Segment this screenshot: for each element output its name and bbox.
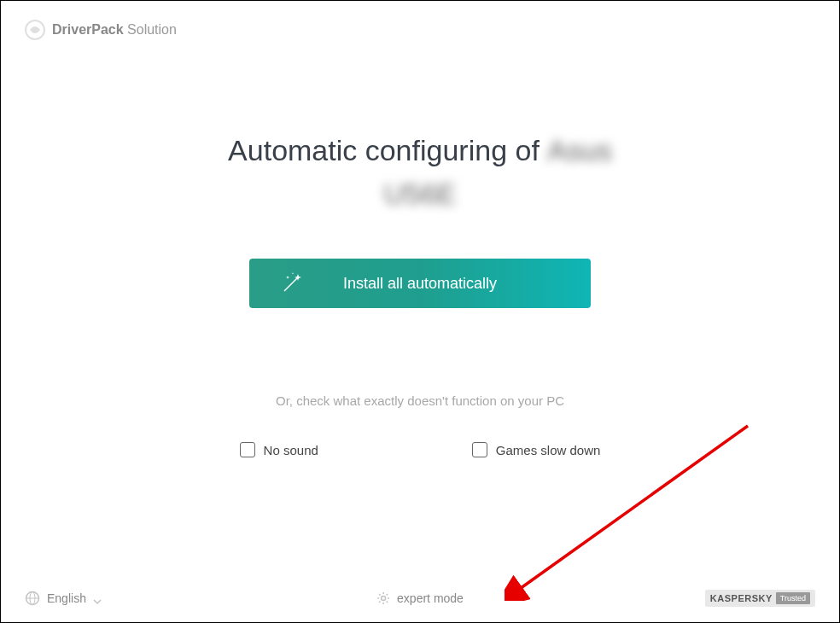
language-selector[interactable]: English bbox=[25, 591, 102, 606]
hint-text: Or, check what exactly doesn't function … bbox=[276, 393, 564, 408]
checkbox-box bbox=[240, 442, 255, 457]
kaspersky-logo-text: KASPERSKY bbox=[710, 593, 773, 603]
globe-icon bbox=[25, 591, 40, 606]
chevron-down-icon bbox=[93, 594, 102, 603]
install-all-button[interactable]: Install all automatically bbox=[249, 259, 591, 308]
header: DriverPack Solution bbox=[25, 20, 177, 40]
expert-mode-button[interactable]: expert mode bbox=[376, 591, 464, 605]
expert-mode-label: expert mode bbox=[397, 591, 464, 605]
language-label: English bbox=[47, 591, 86, 605]
install-button-label: Install all automatically bbox=[343, 275, 497, 293]
checkbox-no-sound[interactable]: No sound bbox=[240, 442, 318, 457]
trusted-badge-text: Trusted bbox=[776, 592, 810, 604]
checkbox-label: No sound bbox=[264, 443, 318, 457]
device-name-blurred-line2: U56E bbox=[383, 172, 456, 216]
kaspersky-trusted-badge: KASPERSKY Trusted bbox=[705, 590, 815, 607]
svg-point-5 bbox=[382, 597, 386, 601]
page-title: Automatic configuring of Asus U56E bbox=[228, 129, 612, 216]
logo-icon bbox=[25, 20, 45, 40]
footer: English expert mode KASPERSKY Trusted bbox=[1, 590, 839, 607]
device-name-blurred: Asus bbox=[547, 129, 612, 172]
wand-icon bbox=[279, 271, 305, 296]
gear-icon bbox=[376, 591, 390, 605]
checkbox-games-slow[interactable]: Games slow down bbox=[472, 442, 601, 457]
checkbox-row: No sound Games slow down bbox=[240, 442, 601, 457]
brand-name: DriverPack Solution bbox=[52, 22, 177, 38]
checkbox-label: Games slow down bbox=[496, 443, 601, 457]
svg-line-1 bbox=[284, 277, 298, 291]
main-content: Automatic configuring of Asus U56E Insta… bbox=[1, 1, 839, 457]
checkbox-box bbox=[472, 442, 487, 457]
